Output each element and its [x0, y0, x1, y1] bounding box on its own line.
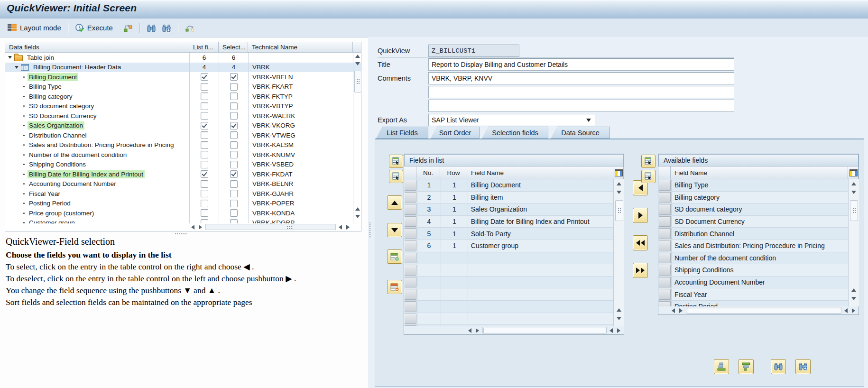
comments-field-3[interactable]: [428, 100, 734, 112]
list-empty-row[interactable]: [404, 288, 613, 301]
list-field-checkbox[interactable]: [201, 180, 208, 188]
list-row-billing-date-for-billing-index-and-print[interactable]: 41Billing Date for Billing Index and Pri…: [404, 216, 613, 228]
selection-field-checkbox[interactable]: [230, 141, 238, 149]
available-row-billing-category[interactable]: Billing category: [658, 192, 848, 204]
expander-icon[interactable]: [8, 56, 12, 59]
list-field-checkbox[interactable]: [201, 122, 208, 129]
available-row-accounting-document-number[interactable]: Accounting Document Number: [658, 277, 848, 289]
available-row-number-of-the-document-condition[interactable]: Number of the document condition: [658, 252, 848, 265]
tree-row-billing-document-header-data[interactable]: Billing Document: Header Data44VBRK: [5, 63, 361, 73]
scroll-down-icon[interactable]: [355, 62, 360, 65]
row-selector[interactable]: [405, 289, 416, 300]
tree-row-fiscal-year[interactable]: Fiscal YearVBRK-GJAHR: [5, 189, 361, 199]
list-field-checkbox[interactable]: [201, 73, 208, 81]
tree-row-customer-group[interactable]: Customer groupVBRK-KDGRP: [5, 218, 361, 224]
scrollbar-thumb[interactable]: [354, 71, 361, 92]
tree-row-price-group-customer[interactable]: Price group (customer)VBRK-KONDA: [5, 208, 361, 218]
tree-row-sales-and-distribution-pricing-procedure[interactable]: Sales and Distribution: Pricing Procedur…: [5, 140, 361, 150]
list-field-checkbox[interactable]: [201, 151, 208, 158]
selection-field-checkbox[interactable]: [230, 161, 238, 168]
selection-field-checkbox[interactable]: [230, 190, 238, 197]
column-header-no[interactable]: No.: [416, 166, 440, 179]
list-empty-row[interactable]: [404, 301, 613, 313]
expander-icon[interactable]: [15, 66, 18, 69]
column-header-technical-name[interactable]: Technical Name: [248, 42, 353, 53]
move-all-to-list-button[interactable]: [633, 235, 648, 250]
row-selector[interactable]: [659, 277, 671, 288]
scroll-left-icon[interactable]: [339, 225, 342, 230]
row-selector[interactable]: [405, 314, 416, 324]
scroll-right-icon[interactable]: [346, 225, 350, 230]
list-row-billing-document[interactable]: 11Billing Document: [404, 179, 613, 192]
available-row-distribution-channel[interactable]: Distribution Channel: [658, 228, 848, 240]
find-button[interactable]: [144, 22, 159, 34]
table-settings-cell[interactable]: [848, 166, 859, 179]
scroll-right-icon[interactable]: [679, 308, 683, 313]
scroll-right-icon[interactable]: [617, 328, 620, 333]
row-selector[interactable]: [405, 265, 416, 276]
row-selector[interactable]: [405, 216, 416, 227]
column-header-row[interactable]: Row: [440, 166, 467, 179]
row-selector[interactable]: [659, 216, 671, 227]
selection-field-checkbox[interactable]: [230, 92, 238, 100]
insert-line-button[interactable]: [387, 249, 402, 264]
available-row-shipping-conditions[interactable]: Shipping Conditions: [658, 264, 848, 277]
copy-selected-available-button[interactable]: [641, 170, 656, 183]
scroll-up-icon[interactable]: [355, 207, 360, 211]
find-next-button-bottom[interactable]: [795, 359, 811, 374]
table-settings-cell[interactable]: [613, 166, 624, 179]
row-selector[interactable]: [405, 204, 416, 215]
selection-field-checkbox[interactable]: [230, 122, 238, 129]
tree-row-billing-type[interactable]: Billing TypeVBRK-FKART: [5, 82, 361, 92]
list-field-checkbox[interactable]: [201, 102, 208, 110]
list-empty-row[interactable]: [404, 313, 613, 325]
selection-field-checkbox[interactable]: [230, 112, 238, 120]
row-selector[interactable]: [659, 289, 671, 300]
selection-field-checkbox[interactable]: [230, 102, 238, 110]
scroll-up-icon[interactable]: [355, 55, 360, 58]
available-row-posting-period[interactable]: Posting Period: [658, 301, 848, 306]
tree-row-sd-document-currency[interactable]: SD Document CurrencyVBRK-WAERK: [5, 111, 361, 121]
column-header-field-name[interactable]: Field Name: [671, 166, 848, 179]
scroll-left-icon[interactable]: [672, 308, 675, 313]
row-selector[interactable]: [405, 180, 416, 191]
list-field-checkbox[interactable]: [201, 131, 208, 139]
available-row-billing-type[interactable]: Billing Type: [658, 179, 848, 192]
list-empty-row[interactable]: [404, 252, 613, 265]
selection-field-checkbox[interactable]: [230, 200, 238, 207]
row-selector[interactable]: [659, 180, 671, 191]
scroll-left-icon[interactable]: [844, 308, 848, 313]
fields-in-list-horizontal-scrollbar[interactable]: [467, 326, 624, 334]
list-field-checkbox[interactable]: [201, 83, 208, 91]
scroll-up-icon[interactable]: [851, 288, 856, 292]
tree-row-billing-document[interactable]: Billing DocumentVBRK-VBELN: [5, 72, 361, 82]
available-fields-horizontal-scrollbar[interactable]: [671, 306, 859, 314]
row-selector[interactable]: [659, 192, 671, 203]
scroll-left-icon[interactable]: [468, 328, 471, 333]
available-row-fiscal-year[interactable]: Fiscal Year: [658, 288, 848, 301]
sort-descending-button[interactable]: [739, 359, 754, 374]
list-row-billing-item[interactable]: 21Billing item: [404, 192, 613, 204]
layout-mode-button[interactable]: Layout mode: [5, 22, 64, 34]
scroll-left-icon[interactable]: [191, 225, 194, 230]
selection-field-checkbox[interactable]: [230, 131, 238, 139]
row-selector[interactable]: [659, 228, 671, 239]
export-as-dropdown[interactable]: SAP List Viewer: [428, 114, 595, 126]
copy-selected-to-list-button[interactable]: [389, 170, 403, 183]
row-selector[interactable]: [405, 277, 416, 288]
selection-field-checkbox[interactable]: [230, 170, 238, 178]
list-field-checkbox[interactable]: [201, 170, 208, 178]
row-selector[interactable]: [659, 253, 671, 264]
tree-row-billing-date-for-billing-index-and-print[interactable]: Billing Date for Billing Index and Print…: [5, 169, 361, 179]
comments-field[interactable]: VBRK, VBRP, KNVV: [428, 72, 734, 84]
vertical-splitter[interactable]: [369, 222, 371, 238]
row-selector[interactable]: [405, 253, 416, 264]
scroll-up-icon[interactable]: [617, 182, 621, 185]
fields-in-list-vertical-scrollbar[interactable]: [613, 179, 624, 326]
row-selector[interactable]: [405, 228, 416, 239]
row-selector[interactable]: [405, 301, 416, 312]
scroll-up-icon[interactable]: [851, 182, 856, 185]
comments-field-2[interactable]: [428, 86, 734, 98]
tree-vertical-scrollbar[interactable]: [353, 53, 361, 223]
list-row-sales-organization[interactable]: 31Sales Organization: [404, 203, 613, 216]
